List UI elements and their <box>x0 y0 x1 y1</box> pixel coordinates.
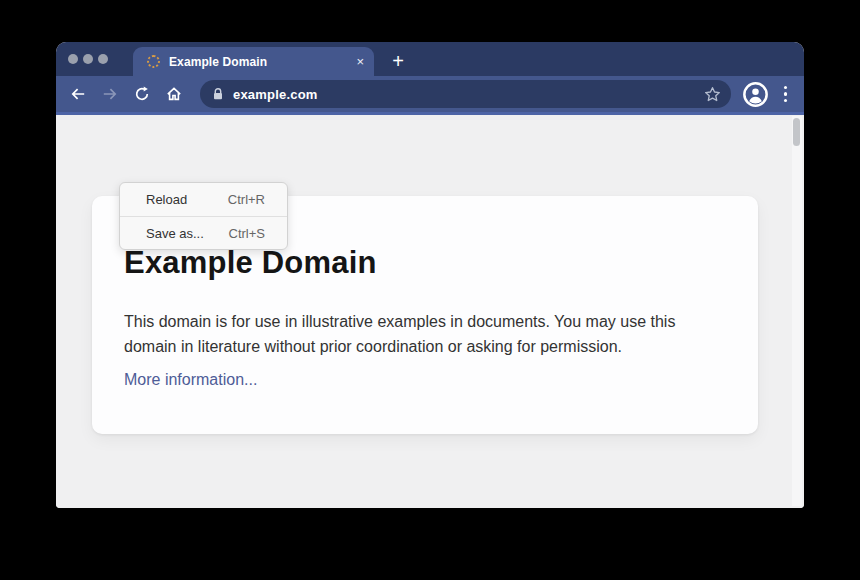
toolbar: example.com <box>56 76 804 115</box>
tab-title: Example Domain <box>169 55 267 69</box>
back-button[interactable] <box>69 85 87 103</box>
menu-item-label: Reload <box>146 192 187 207</box>
window-controls <box>68 54 108 64</box>
tab-close-icon[interactable]: × <box>356 55 364 68</box>
context-menu-item-save-as[interactable]: Save as... Ctrl+S <box>120 216 287 249</box>
home-button[interactable] <box>165 85 183 103</box>
profile-avatar-icon[interactable] <box>743 82 768 107</box>
home-icon <box>165 85 183 103</box>
window-maximize-button[interactable] <box>98 54 108 64</box>
url-text: example.com <box>233 87 318 102</box>
menu-item-shortcut: Ctrl+S <box>229 226 265 241</box>
tab-favicon-icon <box>147 55 160 68</box>
context-menu: Reload Ctrl+R Save as... Ctrl+S <box>119 182 288 250</box>
scrollbar-thumb[interactable] <box>793 118 800 146</box>
more-information-link[interactable]: More information... <box>124 371 257 389</box>
reload-button[interactable] <box>133 85 151 103</box>
page-viewport: Example Domain This domain is for use in… <box>56 115 804 508</box>
url-bar[interactable]: example.com <box>200 80 731 108</box>
dot-icon <box>784 99 788 103</box>
new-tab-button[interactable]: + <box>386 49 410 73</box>
scrollbar-track[interactable] <box>792 116 802 506</box>
reload-icon <box>133 85 151 103</box>
browser-window: Example Domain × + <box>56 42 804 508</box>
menu-item-shortcut: Ctrl+R <box>228 192 265 207</box>
menu-item-label: Save as... <box>146 226 204 241</box>
page-paragraph: This domain is for use in illustrative e… <box>124 309 726 359</box>
titlebar[interactable]: Example Domain × + <box>56 42 804 76</box>
window-close-button[interactable] <box>68 54 78 64</box>
context-menu-item-reload[interactable]: Reload Ctrl+R <box>120 183 287 216</box>
back-arrow-icon <box>69 85 87 103</box>
tab-example-domain[interactable]: Example Domain × <box>133 47 374 76</box>
forward-button[interactable] <box>101 85 119 103</box>
forward-arrow-icon <box>101 85 119 103</box>
dot-icon <box>784 86 788 90</box>
browser-menu-button[interactable] <box>781 82 791 107</box>
dot-icon <box>784 92 788 96</box>
window-minimize-button[interactable] <box>83 54 93 64</box>
bookmark-star-icon[interactable] <box>703 85 722 104</box>
lock-icon <box>211 87 225 101</box>
